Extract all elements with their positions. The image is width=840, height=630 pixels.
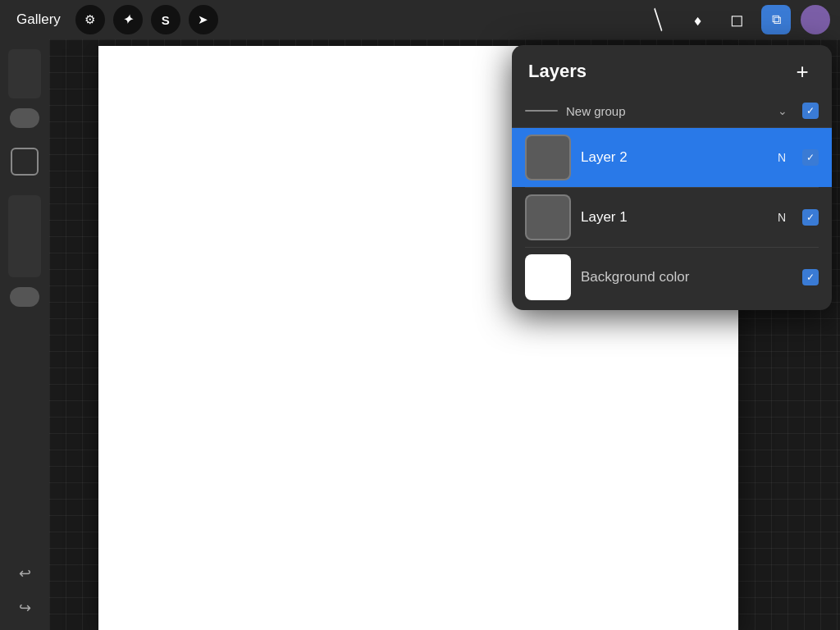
new-group-row[interactable]: New group ⌄	[512, 94, 832, 128]
group-line-icon	[525, 110, 558, 112]
layer1-controls: N	[778, 209, 819, 226]
select-button[interactable]: S	[151, 5, 180, 34]
transform-icon: ➤	[198, 12, 208, 27]
modify-icon: ✦	[122, 12, 133, 27]
new-group-label: New group	[566, 104, 769, 118]
layers-button[interactable]: ⧉	[761, 5, 791, 34]
layer1-blend-mode[interactable]: N	[778, 211, 786, 224]
size-slider-mid[interactable]	[10, 287, 39, 307]
layers-header: Layers +	[512, 45, 832, 94]
layer1-info: Layer 1	[581, 209, 768, 226]
color-swatch-top	[8, 49, 41, 98]
background-thumbnail	[525, 254, 571, 300]
layer-row-layer1[interactable]: Layer 1 N	[512, 188, 832, 247]
eraser-tool-button[interactable]: ◻	[722, 5, 751, 34]
layer1-thumbnail	[525, 194, 571, 240]
size-slider-top[interactable]	[10, 108, 39, 128]
layer2-controls: N	[778, 149, 819, 166]
undo-button[interactable]: ↩	[11, 559, 39, 587]
layer2-name: Layer 2	[581, 149, 628, 165]
background-info: Background color	[581, 269, 792, 285]
layer2-info: Layer 2	[581, 149, 768, 166]
select-icon: S	[162, 13, 170, 27]
layer2-blend-mode[interactable]: N	[778, 151, 786, 164]
toolbar-left: Gallery ⚙ ✦ S ➤	[10, 5, 218, 34]
layer1-visibility-checkbox[interactable]	[802, 209, 819, 226]
background-controls	[802, 269, 819, 285]
background-visibility-checkbox[interactable]	[802, 269, 819, 285]
layer-row-layer2[interactable]: Layer 2 N	[512, 128, 832, 187]
add-layer-button[interactable]: +	[789, 58, 815, 84]
pen-tool-button[interactable]: ╱	[643, 5, 673, 34]
transform-button[interactable]: ➤	[189, 5, 218, 34]
pen-icon: ╱	[646, 8, 669, 31]
top-toolbar: Gallery ⚙ ✦ S ➤ ╱ ⬧ ◻ ⧉	[0, 0, 840, 39]
background-name: Background color	[581, 269, 689, 285]
color-swatch-mid	[8, 195, 41, 277]
gallery-button[interactable]: Gallery	[10, 8, 67, 31]
layers-title: Layers	[528, 61, 587, 82]
layer2-visibility-checkbox[interactable]	[802, 149, 819, 166]
layer-row-background[interactable]: Background color	[512, 248, 832, 310]
toolbar-right: ╱ ⬧ ◻ ⧉	[643, 5, 830, 34]
modify-button[interactable]: ✦	[113, 5, 143, 34]
left-sidebar: ↩ ↪	[0, 39, 49, 630]
chevron-down-icon: ⌄	[778, 104, 788, 117]
layer1-name: Layer 1	[581, 209, 628, 225]
layers-icon: ⧉	[772, 12, 781, 27]
wrench-button[interactable]: ⚙	[75, 5, 105, 34]
brush-icon: ⬧	[692, 9, 703, 30]
eraser-icon: ◻	[730, 10, 744, 30]
shape-selector[interactable]	[11, 148, 39, 176]
layer2-thumbnail	[525, 135, 571, 180]
redo-button[interactable]: ↪	[11, 594, 39, 622]
wrench-icon: ⚙	[84, 12, 95, 27]
new-group-visibility-checkbox[interactable]	[802, 103, 819, 119]
avatar-button[interactable]	[801, 5, 830, 34]
layers-panel: Layers + New group ⌄ Layer 2 N Layer 1 N	[512, 45, 832, 310]
brush-tool-button[interactable]: ⬧	[682, 5, 712, 34]
